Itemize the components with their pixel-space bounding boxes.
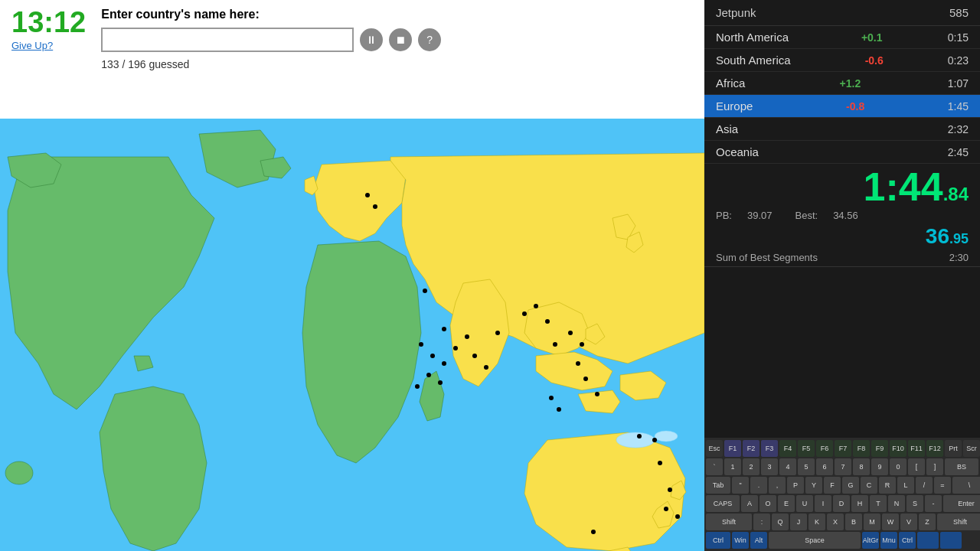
key-alt-left[interactable]: Alt — [750, 532, 767, 549]
key-altgr[interactable]: AltGr — [862, 532, 879, 549]
region-time: 1:45 — [938, 100, 969, 112]
region-row-south-america[interactable]: South America -0.6 0:23 — [704, 49, 980, 72]
key-comma[interactable]: , — [769, 477, 786, 494]
key-minus[interactable]: - — [925, 495, 942, 512]
key-rbracket[interactable]: ] — [926, 458, 943, 475]
key-colon[interactable]: : — [753, 514, 770, 530]
region-row-oceania[interactable]: Oceania 2:45 — [704, 141, 980, 164]
key-mnu[interactable]: Mnu — [880, 532, 897, 549]
key-space[interactable]: Space — [769, 532, 861, 549]
key-z[interactable]: Z — [919, 514, 936, 530]
key-o[interactable]: O — [760, 495, 776, 512]
key-equals[interactable]: = — [934, 477, 951, 494]
key-a[interactable]: A — [741, 495, 758, 512]
key-6[interactable]: 6 — [816, 458, 833, 475]
key-9[interactable]: 9 — [871, 458, 888, 475]
key-f3[interactable]: F3 — [761, 440, 778, 457]
svg-point-34 — [591, 530, 596, 534]
key-extra2[interactable] — [940, 532, 962, 549]
key-f2[interactable]: F2 — [743, 440, 760, 457]
key-f[interactable]: F — [824, 477, 841, 494]
pb-label: PB: — [716, 210, 732, 221]
timer-display: 13:12 — [11, 8, 86, 37]
key-8[interactable]: 8 — [853, 458, 870, 475]
key-b[interactable]: B — [845, 514, 862, 530]
key-g[interactable]: G — [842, 477, 859, 494]
key-lbracket[interactable]: [ — [908, 458, 925, 475]
key-backtick[interactable]: ` — [706, 458, 723, 475]
region-name: North America — [716, 31, 789, 44]
key-period[interactable]: . — [750, 477, 767, 494]
svg-point-8 — [442, 361, 446, 366]
key-f10[interactable]: F10 — [890, 440, 906, 457]
key-quote[interactable]: " — [732, 477, 749, 494]
key-u[interactable]: U — [796, 495, 813, 512]
key-2[interactable]: 2 — [743, 458, 760, 475]
key-ctrl-right[interactable]: Ctrl — [899, 532, 916, 549]
key-backspace[interactable]: BS — [945, 458, 978, 475]
key-4[interactable]: 4 — [779, 458, 796, 475]
key-esc[interactable]: Esc — [706, 440, 723, 457]
key-n[interactable]: N — [888, 495, 905, 512]
key-f8[interactable]: F8 — [853, 440, 870, 457]
region-row-north-america[interactable]: North America +0.1 0:15 — [704, 26, 980, 49]
region-row-europe[interactable]: Europe -0.8 1:45 — [704, 95, 980, 118]
key-caps[interactable]: CAPS — [706, 495, 740, 512]
key-5[interactable]: 5 — [798, 458, 815, 475]
key-v[interactable]: V — [900, 514, 917, 530]
key-m[interactable]: M — [864, 514, 880, 530]
key-e[interactable]: E — [778, 495, 795, 512]
key-i[interactable]: I — [815, 495, 831, 512]
key-f6[interactable]: F6 — [816, 440, 833, 457]
key-prt[interactable]: Prt — [945, 440, 962, 457]
help-button[interactable]: ? — [418, 28, 441, 51]
key-r[interactable]: R — [879, 477, 896, 494]
key-f1[interactable]: F1 — [724, 440, 741, 457]
key-p[interactable]: P — [787, 477, 804, 494]
key-1[interactable]: 1 — [724, 458, 741, 475]
key-c[interactable]: C — [861, 477, 877, 494]
progress-text: 133 / 196 guessed — [101, 58, 693, 70]
key-0[interactable]: 0 — [890, 458, 906, 475]
key-j[interactable]: J — [790, 514, 807, 530]
svg-point-2 — [655, 431, 678, 442]
stop-button[interactable]: ⏹ — [389, 28, 412, 51]
key-scr[interactable]: Scr — [963, 440, 980, 457]
key-f4[interactable]: F4 — [779, 440, 796, 457]
key-q[interactable]: Q — [772, 514, 789, 530]
key-d[interactable]: D — [833, 495, 850, 512]
key-s[interactable]: S — [906, 495, 923, 512]
key-backslash[interactable]: \ — [952, 477, 980, 494]
region-time: 1:07 — [938, 77, 969, 90]
key-y[interactable]: Y — [805, 477, 822, 494]
key-f5[interactable]: F5 — [798, 440, 815, 457]
key-h[interactable]: H — [851, 495, 868, 512]
map-panel: 13:12 Give Up? Enter country's name here… — [0, 0, 704, 551]
key-x[interactable]: X — [827, 514, 844, 530]
key-3[interactable]: 3 — [761, 458, 778, 475]
pause-button[interactable]: ⏸ — [360, 28, 383, 51]
key-k[interactable]: K — [808, 514, 825, 530]
key-shift-right[interactable]: Shift — [937, 514, 980, 530]
key-f11[interactable]: F11 — [908, 440, 925, 457]
key-shift-left[interactable]: Shift — [706, 514, 752, 530]
keyboard-caps-row: CAPS A O E U I D H T N S - Enter — [706, 495, 978, 512]
key-7[interactable]: 7 — [835, 458, 851, 475]
key-t[interactable]: T — [870, 495, 887, 512]
key-w[interactable]: W — [882, 514, 899, 530]
key-tab[interactable]: Tab — [706, 477, 730, 494]
key-win[interactable]: Win — [732, 532, 749, 549]
key-ctrl-left[interactable]: Ctrl — [706, 532, 730, 549]
region-row-africa[interactable]: Africa +1.2 1:07 — [704, 72, 980, 95]
key-enter[interactable]: Enter — [943, 495, 980, 512]
key-extra1[interactable] — [917, 532, 939, 549]
country-input[interactable] — [101, 28, 354, 52]
give-up-link[interactable]: Give Up? — [11, 40, 53, 51]
key-f9[interactable]: F9 — [871, 440, 888, 457]
key-slash[interactable]: / — [916, 477, 933, 494]
region-row-asia[interactable]: Asia 2:32 — [704, 118, 980, 141]
key-l[interactable]: L — [897, 477, 914, 494]
key-f7[interactable]: F7 — [835, 440, 851, 457]
key-f12[interactable]: F12 — [926, 440, 943, 457]
region-name: Africa — [716, 77, 745, 90]
